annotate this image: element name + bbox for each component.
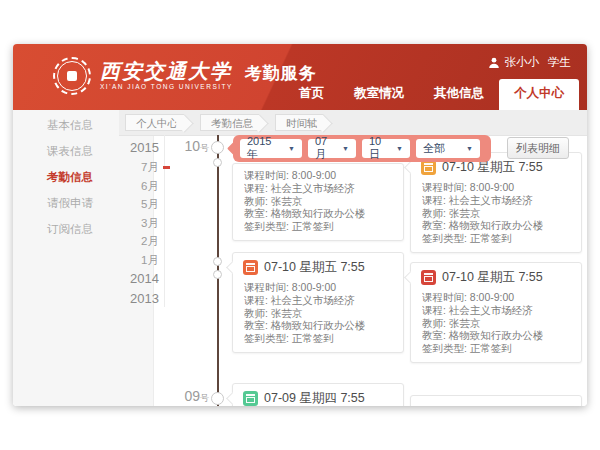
attendance-card-partial[interactable] [410, 395, 582, 406]
university-logo-icon [53, 57, 91, 95]
field-line: 签到类型: 正常签到 [422, 342, 570, 355]
timeline-node [213, 270, 222, 279]
caret-down-icon: ▼ [396, 145, 403, 152]
field-line: 课程时间: 8:00-9:00 [244, 281, 392, 294]
field-line: 教室: 格物致知行政办公楼 [244, 319, 392, 332]
breadcrumb-timeline[interactable]: 时间轴 [275, 114, 324, 131]
field-line: 签到类型: 正常签到 [244, 332, 392, 345]
calendar-status-icon [421, 160, 436, 175]
caret-down-icon: ▼ [288, 145, 295, 152]
attendance-card[interactable]: 07-10 星期五 7:55 课程时间: 8:00-9:00 课程: 社会主义市… [410, 152, 582, 253]
caret-down-icon: ▼ [466, 145, 473, 152]
filter-bar: 2015年▼ 07月▼ 10日▼ 全部▼ [233, 135, 491, 162]
field-line: 教师: 张芸京 [244, 307, 392, 320]
field-line: 课程时间: 8:00-9:00 [422, 181, 570, 194]
timeline-node [211, 392, 224, 405]
tab-classrooms[interactable]: 教室情况 [339, 79, 419, 110]
attendance-card[interactable]: 07-09 星期四 7:55 [232, 383, 404, 406]
user-name: 张小小 [505, 55, 540, 70]
breadcrumb-attendance-info[interactable]: 考勤信息 [200, 114, 259, 131]
field-line: 课程: 社会主义市场经济 [422, 304, 570, 317]
calendar-status-icon [243, 391, 258, 406]
day-marker-10: 10号 [169, 137, 209, 155]
axis-year-2013[interactable]: 2013 [111, 289, 159, 309]
day-filter-dropdown[interactable]: 10日▼ [362, 139, 410, 158]
nav-tabs: 首页 教室情况 其他信息 个人中心 [284, 79, 579, 110]
card-date: 07-10 星期五 7:55 [264, 259, 365, 276]
field-line: 课程时间: 8:00-9:00 [422, 291, 570, 304]
axis-year-2015[interactable]: 2015 [111, 138, 159, 158]
field-line: 教师: 张芸京 [244, 195, 392, 208]
timeline-node [213, 158, 222, 167]
person-icon [488, 57, 500, 69]
timeline-node [211, 141, 224, 154]
current-month-marker [163, 166, 170, 169]
month-filter-dropdown[interactable]: 07月▼ [308, 139, 356, 158]
brand: 西安交通大学 XI'AN JIAO TONG UNIVERSITY 考勤服务 [53, 57, 317, 95]
user-role: 学生 [548, 55, 571, 70]
field-line: 课程: 社会主义市场经济 [244, 182, 392, 195]
list-detail-button[interactable]: 列表明细 [507, 137, 569, 159]
tab-home[interactable]: 首页 [284, 79, 339, 110]
university-name-en: XI'AN JIAO TONG UNIVERSITY [100, 84, 233, 91]
field-line: 教室: 格物致知行政办公楼 [422, 219, 570, 232]
field-line: 教室: 格物致知行政办公楼 [422, 329, 570, 342]
field-line: 教室: 格物致知行政办公楼 [244, 207, 392, 220]
axis-divider [164, 135, 165, 307]
axis-month-6[interactable]: 6月 [111, 177, 159, 196]
attendance-card[interactable]: 07-10 星期五 7:55 课程时间: 8:00-9:00 课程: 社会主义市… [232, 252, 404, 353]
breadcrumb-personal-center[interactable]: 个人中心 [125, 114, 184, 131]
calendar-status-icon [243, 260, 258, 275]
attendance-card[interactable]: 07-10 星期五 7:55 课程时间: 8:00-9:00 课程: 社会主义市… [410, 262, 582, 363]
axis-month-1[interactable]: 1月 [111, 251, 159, 270]
app-window: 西安交通大学 XI'AN JIAO TONG UNIVERSITY 考勤服务 张… [13, 44, 587, 406]
caret-down-icon: ▼ [342, 145, 349, 152]
year-filter-dropdown[interactable]: 2015年▼ [240, 139, 302, 158]
content-area: 基本信息 课表信息 考勤信息 请假申请 订阅信息 个人中心 考勤信息 时间轴 2… [13, 110, 587, 406]
breadcrumb: 个人中心 考勤信息 时间轴 [125, 114, 340, 131]
axis-month-3[interactable]: 3月 [111, 214, 159, 233]
timeline-node [213, 257, 222, 266]
field-line: 教师: 张芸京 [422, 317, 570, 330]
axis-year-2014[interactable]: 2014 [111, 269, 159, 289]
day-marker-09: 09号 [169, 387, 209, 405]
scope-filter-dropdown[interactable]: 全部▼ [416, 139, 480, 158]
card-date: 07-10 星期五 7:55 [442, 269, 543, 286]
field-line: 教师: 张芸京 [422, 207, 570, 220]
field-line: 课程: 社会主义市场经济 [244, 294, 392, 307]
axis-month-5[interactable]: 5月 [111, 195, 159, 214]
calendar-status-icon [421, 270, 436, 285]
tab-personal-center[interactable]: 个人中心 [499, 79, 579, 110]
field-line: 课程时间: 8:00-9:00 [244, 169, 392, 182]
field-line: 课程: 社会主义市场经济 [422, 194, 570, 207]
app-header: 西安交通大学 XI'AN JIAO TONG UNIVERSITY 考勤服务 张… [13, 44, 587, 110]
user-menu[interactable]: 张小小 学生 [488, 55, 572, 70]
field-line: 签到类型: 正常签到 [244, 220, 392, 233]
card-date: 07-09 星期四 7:55 [264, 390, 365, 406]
breadcrumb-bar: 个人中心 考勤信息 时间轴 [119, 110, 587, 136]
university-name-cn: 西安交通大学 [100, 61, 233, 81]
axis-month-7[interactable]: 7月 [111, 158, 159, 177]
field-line: 签到类型: 正常签到 [422, 232, 570, 245]
timeline-axis: 2015 7月 6月 5月 3月 2月 1月 2014 2013 [111, 138, 159, 309]
tab-other-info[interactable]: 其他信息 [419, 79, 499, 110]
attendance-card[interactable]: 课程时间: 8:00-9:00 课程: 社会主义市场经济 教师: 张芸京 教室:… [232, 163, 404, 241]
axis-month-2[interactable]: 2月 [111, 232, 159, 251]
